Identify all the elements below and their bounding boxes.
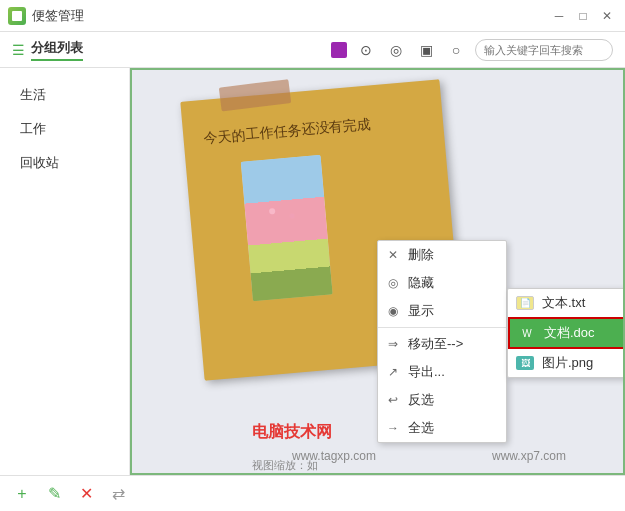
sidebar-item-trash[interactable]: 回收站 (0, 146, 129, 180)
submenu-img[interactable]: 🖼 图片.png (508, 349, 625, 377)
edit-button[interactable]: ✎ (44, 484, 64, 504)
ctx-move-label: 移动至--> (408, 335, 463, 353)
submenu-img-label: 图片.png (542, 354, 593, 372)
group-list-icon: ☰ (12, 42, 25, 58)
link-button[interactable]: ⇄ (108, 484, 128, 504)
ctx-selectall[interactable]: → 全选 (378, 414, 506, 442)
toolbar-left: ☰ 分组列表 (12, 39, 83, 61)
export-icon: ↗ (386, 365, 400, 379)
ctx-export-label: 导出... (408, 363, 445, 381)
ctx-move[interactable]: ⇒ 移动至--> (378, 330, 506, 358)
txt-icon: 📄 (516, 296, 534, 310)
app-icon (8, 7, 26, 25)
move-icon: ⇒ (386, 337, 400, 351)
doc-icon: W (518, 326, 536, 340)
ctx-show[interactable]: ◉ 显示 (378, 297, 506, 325)
ctx-selectall-label: 全选 (408, 419, 434, 437)
window-title: 便签管理 (32, 7, 84, 25)
bottom-bar: + ✎ ✕ ⇄ (0, 475, 625, 511)
context-menu: ✕ 删除 ◎ 隐藏 ◉ 显示 ⇒ 移动至--> ↗ 导出... ↩ 反 (377, 240, 507, 443)
toolbar-right: ⊙ ◎ ▣ ○ (331, 39, 613, 61)
add-note-button[interactable]: + (12, 484, 32, 504)
ctx-invert-label: 反选 (408, 391, 434, 409)
delete-button[interactable]: ✕ (76, 484, 96, 504)
watermark-red: 电脑技术网 (252, 422, 332, 443)
ctx-divider-1 (378, 327, 506, 328)
ctx-delete-label: 删除 (408, 246, 434, 264)
ctx-hide[interactable]: ◎ 隐藏 (378, 269, 506, 297)
filter-icon[interactable]: ⊙ (355, 39, 377, 61)
watermark-zoom: 视图缩放：如 (252, 458, 318, 473)
color-picker-button[interactable] (331, 42, 347, 58)
maximize-button[interactable]: □ (573, 6, 593, 26)
title-bar-controls: ─ □ ✕ (549, 6, 617, 26)
watermark-site2: www.xp7.com (492, 449, 566, 463)
blossom-1 (269, 208, 276, 215)
submenu-txt[interactable]: 📄 文本.txt (508, 289, 625, 317)
invert-icon: ↩ (386, 393, 400, 407)
content-area: 今天的工作任务还没有完成 ✕ 删除 ◎ 隐藏 ◉ 显示 (130, 68, 625, 475)
note-image-inner (241, 155, 333, 301)
ctx-invert[interactable]: ↩ 反选 (378, 386, 506, 414)
calendar-icon[interactable]: ▣ (415, 39, 437, 61)
blossom-2 (289, 213, 294, 218)
show-icon: ◉ (386, 304, 400, 318)
img-icon: 🖼 (516, 356, 534, 370)
close-button[interactable]: ✕ (597, 6, 617, 26)
delete-icon: ✕ (386, 248, 400, 262)
submenu: 📄 文本.txt W 文档.doc 🖼 图片.png (507, 288, 625, 378)
submenu-doc[interactable]: W 文档.doc (508, 317, 625, 349)
toolbar: ☰ 分组列表 ⊙ ◎ ▣ ○ (0, 32, 625, 68)
ctx-hide-label: 隐藏 (408, 274, 434, 292)
minimize-button[interactable]: ─ (549, 6, 569, 26)
sidebar-item-life[interactable]: 生活 (0, 78, 129, 112)
submenu-doc-label: 文档.doc (544, 324, 595, 342)
tape (219, 79, 291, 111)
title-bar-left: 便签管理 (8, 7, 84, 25)
sidebar: 生活 工作 回收站 (0, 68, 130, 475)
note-text: 今天的工作任务还没有完成 (203, 115, 372, 148)
sidebar-item-work[interactable]: 工作 (0, 112, 129, 146)
group-list-label: 分组列表 (31, 39, 83, 61)
submenu-txt-label: 文本.txt (542, 294, 585, 312)
eye-icon[interactable]: ◎ (385, 39, 407, 61)
search-box[interactable] (475, 39, 613, 61)
title-bar: 便签管理 ─ □ ✕ (0, 0, 625, 32)
hide-icon: ◎ (386, 276, 400, 290)
ctx-delete[interactable]: ✕ 删除 (378, 241, 506, 269)
main-layout: 生活 工作 回收站 今天的工作任务还没有完成 ✕ 删除 ◎ 隐藏 (0, 68, 625, 475)
selectall-icon: → (386, 421, 400, 435)
search-input[interactable] (484, 44, 604, 56)
settings-icon[interactable]: ○ (445, 39, 467, 61)
ctx-export[interactable]: ↗ 导出... (378, 358, 506, 386)
note-image (241, 155, 333, 301)
ctx-show-label: 显示 (408, 302, 434, 320)
